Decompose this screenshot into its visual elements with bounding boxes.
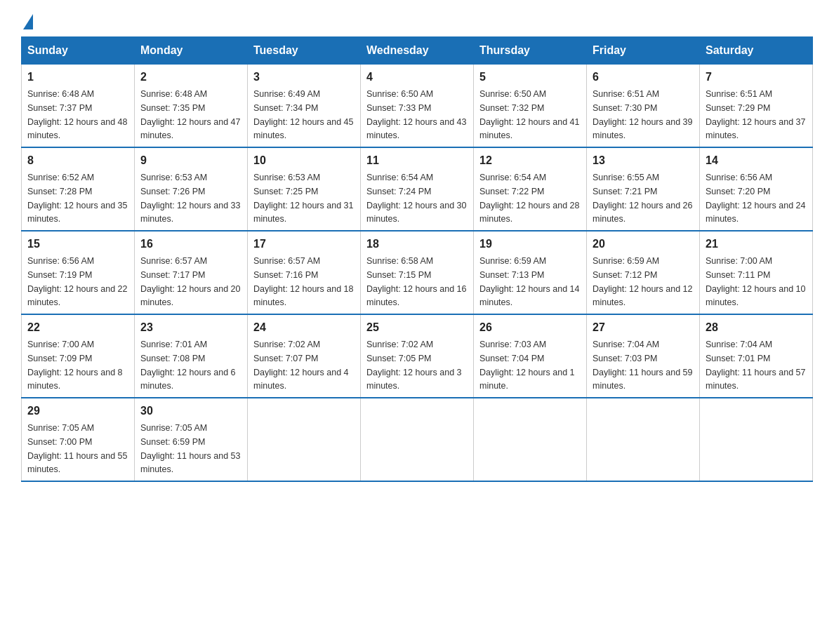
day-number: 9 xyxy=(140,152,241,169)
weekday-header-sunday: Sunday xyxy=(22,37,135,65)
calendar-week-row: 22 Sunrise: 7:00 AM Sunset: 7:09 PM Dayl… xyxy=(22,314,813,398)
calendar-week-row: 29 Sunrise: 7:05 AM Sunset: 7:00 PM Dayl… xyxy=(22,398,813,481)
calendar-day-cell: 25 Sunrise: 7:02 AM Sunset: 7:05 PM Dayl… xyxy=(361,314,474,398)
calendar-day-cell: 3 Sunrise: 6:49 AM Sunset: 7:34 PM Dayli… xyxy=(248,65,361,148)
day-sunrise: Sunrise: 6:58 AM xyxy=(366,256,433,266)
day-sunset: Sunset: 7:24 PM xyxy=(366,187,431,196)
day-daylight: Daylight: 12 hours and 45 minutes. xyxy=(253,117,353,141)
day-daylight: Daylight: 12 hours and 4 minutes. xyxy=(253,368,349,391)
day-daylight: Daylight: 12 hours and 43 minutes. xyxy=(366,117,466,141)
day-sunset: Sunset: 7:25 PM xyxy=(253,187,318,196)
calendar-day-cell xyxy=(248,398,361,481)
calendar-table: SundayMondayTuesdayWednesdayThursdayFrid… xyxy=(21,36,813,482)
day-number: 28 xyxy=(706,319,807,336)
day-daylight: Daylight: 12 hours and 28 minutes. xyxy=(479,201,579,224)
day-sunset: Sunset: 7:33 PM xyxy=(366,103,431,113)
calendar-week-row: 8 Sunrise: 6:52 AM Sunset: 7:28 PM Dayli… xyxy=(22,147,813,231)
day-sunrise: Sunrise: 6:48 AM xyxy=(27,89,94,99)
day-daylight: Daylight: 12 hours and 33 minutes. xyxy=(140,201,240,224)
day-sunrise: Sunrise: 7:05 AM xyxy=(27,423,94,433)
day-daylight: Daylight: 12 hours and 41 minutes. xyxy=(479,117,579,141)
day-sunset: Sunset: 7:19 PM xyxy=(27,270,92,280)
day-daylight: Daylight: 11 hours and 55 minutes. xyxy=(27,451,127,475)
day-sunset: Sunset: 7:04 PM xyxy=(479,354,544,363)
calendar-day-cell xyxy=(474,398,587,481)
day-daylight: Daylight: 12 hours and 30 minutes. xyxy=(366,201,466,224)
day-sunrise: Sunrise: 7:00 AM xyxy=(706,256,772,266)
day-number: 20 xyxy=(593,236,694,253)
calendar-day-cell: 7 Sunrise: 6:51 AM Sunset: 7:29 PM Dayli… xyxy=(700,65,813,148)
weekday-header-friday: Friday xyxy=(587,37,700,65)
day-sunset: Sunset: 7:03 PM xyxy=(593,354,657,363)
day-sunset: Sunset: 7:00 PM xyxy=(27,437,92,447)
calendar-day-cell: 5 Sunrise: 6:50 AM Sunset: 7:32 PM Dayli… xyxy=(474,65,587,148)
day-sunset: Sunset: 7:20 PM xyxy=(706,187,770,196)
day-sunset: Sunset: 7:35 PM xyxy=(140,103,205,113)
day-number: 27 xyxy=(593,319,694,336)
day-number: 10 xyxy=(253,152,355,169)
day-number: 3 xyxy=(253,69,355,86)
day-sunrise: Sunrise: 6:54 AM xyxy=(479,173,546,182)
logo xyxy=(21,14,33,29)
weekday-header-tuesday: Tuesday xyxy=(248,37,361,65)
day-sunrise: Sunrise: 6:53 AM xyxy=(253,173,320,182)
day-number: 21 xyxy=(706,236,807,253)
day-number: 25 xyxy=(366,319,468,336)
day-sunrise: Sunrise: 6:56 AM xyxy=(706,173,772,182)
day-number: 29 xyxy=(27,403,128,420)
day-sunrise: Sunrise: 7:00 AM xyxy=(27,340,94,349)
day-daylight: Daylight: 12 hours and 48 minutes. xyxy=(27,117,127,141)
day-sunrise: Sunrise: 6:59 AM xyxy=(479,256,546,266)
weekday-header-thursday: Thursday xyxy=(474,37,587,65)
calendar-day-cell: 14 Sunrise: 6:56 AM Sunset: 7:20 PM Dayl… xyxy=(700,147,813,231)
day-daylight: Daylight: 12 hours and 47 minutes. xyxy=(140,117,240,141)
day-number: 17 xyxy=(253,236,355,253)
day-daylight: Daylight: 12 hours and 1 minute. xyxy=(479,368,575,391)
day-sunrise: Sunrise: 6:56 AM xyxy=(27,256,94,266)
day-sunset: Sunset: 7:09 PM xyxy=(27,354,92,363)
calendar-day-cell: 19 Sunrise: 6:59 AM Sunset: 7:13 PM Dayl… xyxy=(474,231,587,314)
day-sunset: Sunset: 7:16 PM xyxy=(253,270,318,280)
calendar-day-cell: 10 Sunrise: 6:53 AM Sunset: 7:25 PM Dayl… xyxy=(248,147,361,231)
day-sunrise: Sunrise: 7:02 AM xyxy=(253,340,320,349)
day-sunset: Sunset: 7:05 PM xyxy=(366,354,431,363)
day-sunset: Sunset: 7:13 PM xyxy=(479,270,544,280)
day-number: 12 xyxy=(479,152,581,169)
calendar-day-cell: 27 Sunrise: 7:04 AM Sunset: 7:03 PM Dayl… xyxy=(587,314,700,398)
day-daylight: Daylight: 12 hours and 14 minutes. xyxy=(479,284,579,308)
calendar-day-cell: 13 Sunrise: 6:55 AM Sunset: 7:21 PM Dayl… xyxy=(587,147,700,231)
calendar-day-cell xyxy=(587,398,700,481)
logo-triangle-icon xyxy=(23,14,33,29)
day-number: 19 xyxy=(479,236,581,253)
calendar-day-cell xyxy=(700,398,813,481)
day-sunrise: Sunrise: 7:02 AM xyxy=(366,340,433,349)
day-number: 11 xyxy=(366,152,468,169)
day-sunset: Sunset: 7:22 PM xyxy=(479,187,544,196)
calendar-week-row: 15 Sunrise: 6:56 AM Sunset: 7:19 PM Dayl… xyxy=(22,231,813,314)
day-sunset: Sunset: 7:07 PM xyxy=(253,354,318,363)
day-number: 14 xyxy=(706,152,807,169)
day-number: 23 xyxy=(140,319,241,336)
day-number: 7 xyxy=(706,69,807,86)
day-sunrise: Sunrise: 6:53 AM xyxy=(140,173,207,182)
day-number: 5 xyxy=(479,69,581,86)
calendar-day-cell: 11 Sunrise: 6:54 AM Sunset: 7:24 PM Dayl… xyxy=(361,147,474,231)
day-sunrise: Sunrise: 6:48 AM xyxy=(140,89,207,99)
day-sunset: Sunset: 7:37 PM xyxy=(27,103,92,113)
calendar-day-cell: 28 Sunrise: 7:04 AM Sunset: 7:01 PM Dayl… xyxy=(700,314,813,398)
day-number: 18 xyxy=(366,236,468,253)
day-number: 8 xyxy=(27,152,128,169)
day-daylight: Daylight: 12 hours and 24 minutes. xyxy=(706,201,805,224)
calendar-day-cell: 20 Sunrise: 6:59 AM Sunset: 7:12 PM Dayl… xyxy=(587,231,700,314)
day-daylight: Daylight: 12 hours and 6 minutes. xyxy=(140,368,236,391)
day-sunset: Sunset: 7:08 PM xyxy=(140,354,205,363)
day-number: 6 xyxy=(593,69,694,86)
weekday-header-monday: Monday xyxy=(135,37,248,65)
day-daylight: Daylight: 12 hours and 18 minutes. xyxy=(253,284,353,308)
day-daylight: Daylight: 12 hours and 20 minutes. xyxy=(140,284,240,308)
day-daylight: Daylight: 11 hours and 57 minutes. xyxy=(706,368,805,391)
day-sunrise: Sunrise: 6:50 AM xyxy=(479,89,546,99)
calendar-day-cell: 26 Sunrise: 7:03 AM Sunset: 7:04 PM Dayl… xyxy=(474,314,587,398)
day-daylight: Daylight: 12 hours and 39 minutes. xyxy=(593,117,692,141)
day-sunset: Sunset: 7:12 PM xyxy=(593,270,657,280)
